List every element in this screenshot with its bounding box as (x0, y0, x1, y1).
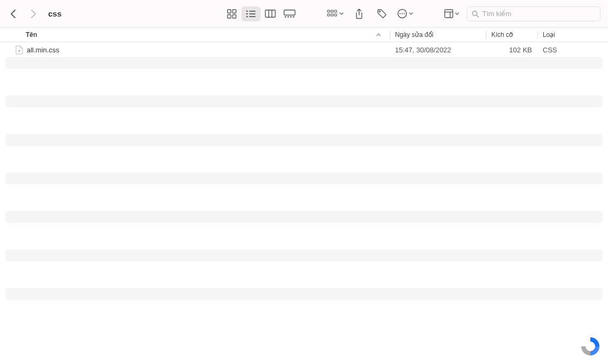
chevron-left-icon (10, 9, 16, 19)
svg-rect-19 (331, 10, 333, 12)
share-button[interactable] (350, 6, 368, 21)
svg-rect-20 (335, 10, 337, 12)
nav-buttons (7, 9, 39, 19)
svg-rect-14 (285, 17, 286, 18)
window-icon (444, 9, 453, 18)
chevron-down-icon (409, 12, 413, 15)
forward-button[interactable] (28, 9, 39, 19)
toolbar: css (0, 0, 608, 28)
empty-row (5, 235, 603, 250)
svg-point-6 (246, 13, 248, 14)
svg-rect-7 (249, 13, 256, 14)
chevron-right-icon (31, 9, 36, 19)
svg-point-8 (246, 16, 248, 17)
column-header-name-label: Tên (26, 31, 37, 38)
css-file-icon: # (15, 45, 24, 55)
empty-row (5, 119, 603, 134)
group-icon (327, 10, 338, 18)
toolbar-actions (325, 6, 415, 21)
svg-rect-3 (233, 14, 237, 18)
svg-point-26 (399, 13, 400, 14)
column-header-modified[interactable]: Ngày sửa đổi (390, 28, 486, 42)
svg-rect-18 (328, 10, 330, 12)
svg-point-28 (404, 13, 405, 14)
sort-ascending-icon (376, 33, 384, 36)
svg-rect-21 (328, 14, 330, 16)
list-icon (246, 10, 256, 18)
more-icon (397, 9, 407, 19)
file-kind: CSS (537, 42, 608, 57)
svg-point-4 (246, 10, 248, 12)
svg-rect-5 (249, 11, 256, 12)
empty-row (5, 134, 603, 146)
gallery-icon (284, 10, 295, 18)
toolbar-right (442, 6, 601, 21)
svg-point-27 (401, 13, 402, 14)
svg-rect-9 (249, 16, 256, 17)
back-button[interactable] (7, 9, 18, 19)
column-header-row: Tên Ngày sửa đổi Kích cỡ Loại (0, 28, 608, 42)
search-icon (472, 10, 479, 18)
actions-menu-button[interactable] (395, 6, 415, 21)
svg-rect-15 (287, 17, 289, 18)
empty-row (5, 288, 603, 300)
svg-rect-29 (445, 10, 453, 18)
chevron-down-icon (339, 12, 344, 15)
svg-point-24 (379, 11, 380, 12)
empty-row (5, 273, 603, 288)
tag-icon (377, 9, 387, 19)
empty-row (5, 57, 603, 69)
svg-rect-10 (265, 10, 276, 18)
svg-rect-17 (293, 17, 294, 18)
file-modified: 15:47, 30/08/2022 (390, 42, 486, 57)
column-header-kind[interactable]: Loại (537, 28, 608, 42)
svg-rect-13 (284, 10, 295, 16)
column-header-size-label: Kích cỡ (491, 31, 513, 38)
empty-row (5, 158, 603, 173)
empty-row (5, 173, 603, 184)
empty-row (5, 81, 603, 96)
search-input[interactable] (482, 10, 596, 18)
file-size: 102 KB (486, 42, 537, 57)
view-switcher (222, 6, 299, 21)
column-header-name[interactable]: Tên (0, 28, 390, 42)
svg-rect-23 (335, 14, 337, 16)
recaptcha-badge[interactable] (579, 335, 602, 358)
empty-row (5, 96, 603, 107)
svg-rect-1 (233, 10, 237, 13)
empty-row (5, 250, 603, 261)
empty-row (5, 196, 603, 211)
folder-title: css (48, 9, 62, 18)
empty-row (5, 211, 603, 223)
svg-line-33 (476, 15, 478, 17)
window-options-button[interactable] (442, 6, 461, 21)
file-row[interactable]: # all.min.css 15:47, 30/08/2022 102 KB C… (0, 42, 608, 57)
svg-rect-22 (331, 14, 333, 16)
tags-button[interactable] (373, 6, 391, 21)
gallery-view-button[interactable] (280, 6, 299, 21)
columns-icon (265, 10, 276, 18)
svg-rect-0 (227, 10, 231, 13)
toolbar-center (222, 6, 415, 21)
column-header-kind-label: Loại (543, 31, 555, 38)
svg-rect-2 (227, 14, 231, 18)
chevron-down-icon (455, 12, 459, 15)
group-by-button[interactable] (325, 6, 346, 21)
icon-view-button[interactable] (222, 6, 241, 21)
share-icon (355, 9, 363, 19)
search-box[interactable] (467, 6, 601, 21)
recaptcha-icon (579, 335, 602, 358)
list-view-button[interactable] (241, 6, 261, 21)
file-name: all.min.css (27, 46, 59, 54)
file-list: # all.min.css 15:47, 30/08/2022 102 KB C… (0, 42, 608, 312)
svg-rect-16 (290, 17, 292, 18)
file-name-cell: # all.min.css (0, 42, 390, 57)
grid-icon (227, 9, 237, 19)
column-header-modified-label: Ngày sửa đổi (395, 31, 434, 38)
column-header-size[interactable]: Kích cỡ (486, 28, 537, 42)
column-view-button[interactable] (261, 6, 280, 21)
